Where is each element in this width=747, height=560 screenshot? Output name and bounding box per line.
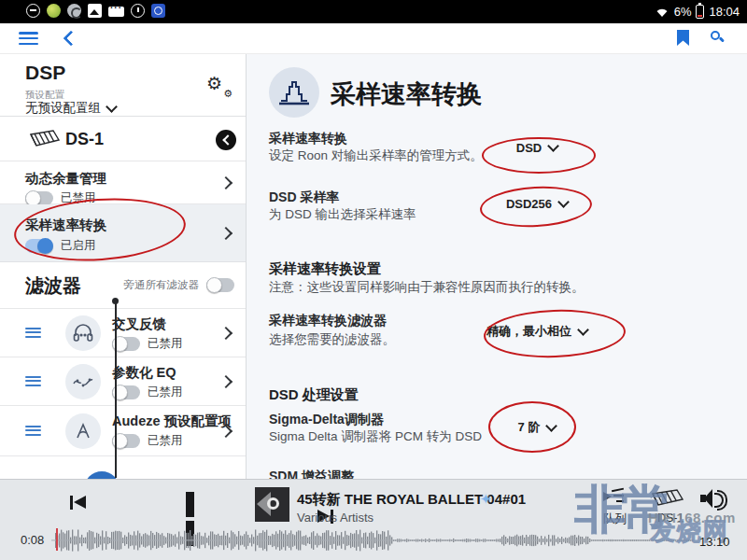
sample-rate-curve-icon [269,67,319,118]
setting-label: 采样速率转换 [269,131,347,147]
bypass-label: 旁通所有滤波器 [124,278,200,292]
keyboard-icon [108,7,124,17]
device-row[interactable]: DS-1 [0,118,246,161]
chevron-right-icon [219,374,233,387]
drag-handle-icon[interactable] [25,376,41,387]
album-art[interactable] [255,487,289,522]
app-gray-icon [67,4,81,18]
device-name: DS-1 [65,130,104,149]
status-indicators: 6% 18:04 [655,0,740,23]
do-not-disturb-icon [26,4,40,18]
battery-percent: 6% [674,5,692,19]
section-note: 注意：这些设置同样影响由于兼容性原因而执行的转换。 [269,279,585,296]
queue-label[interactable]: 队列 [603,511,627,527]
notification-icons [26,4,165,18]
total-time: 13:10 [699,535,730,549]
sdm-order-dropdown[interactable]: 7 阶 [462,419,612,436]
headphones-icon [65,315,101,351]
dsp-title: DSP [25,62,65,84]
conversion-mode-dropdown[interactable]: DSD [462,141,612,155]
dsp-sidebar: DSP ⚙⚙ 预设配置 无预设配置组 DS-1 动态余量管理 [0,54,247,479]
chevron-right-icon [219,175,233,189]
signal-path-star-icon[interactable]: ✦ [480,491,492,508]
filter-item-parametric-eq[interactable]: 参数化 EQ 已禁用 [0,357,246,405]
add-filter-row[interactable]: + 添加滤波器 [0,455,246,479]
headroom-toggle[interactable] [25,191,53,205]
clock-time: 18:04 [709,5,740,19]
add-filter-icon[interactable]: + [84,471,120,479]
preset-dropdown[interactable]: 无预设配置组 [25,100,116,117]
bookmark-icon[interactable] [677,30,689,46]
page-title: 采样速率转换 [331,77,482,111]
playhead-marker[interactable] [56,528,58,551]
drag-handle-icon[interactable] [25,328,41,339]
setting-label: 采样速率转换滤波器 [269,313,387,329]
output-device-label[interactable]: DS-1 [657,511,684,525]
crossfeed-toggle[interactable] [112,337,140,351]
chevron-down-icon [577,324,589,336]
audeze-logo-icon [65,413,101,449]
drag-handle-icon[interactable] [25,426,41,437]
battery-icon [696,5,704,19]
setting-desc: 选择您需要的滤波器。 [269,331,395,348]
filters-title: 滤波器 [25,273,81,299]
filter-item-crossfeed[interactable]: 交叉反馈 已禁用 [0,308,246,357]
filters-header: 滤波器 旁通所有滤波器 [0,262,246,309]
hamburger-menu-icon[interactable] [19,32,38,46]
chevron-down-icon [546,420,558,432]
gear-icon[interactable]: ⚙⚙ [206,75,233,97]
chevron-down-icon [106,101,118,113]
filter-item-audeze-presets[interactable]: Audeze 预设配置项 已禁用 [0,405,246,455]
section-title: DSD 处理设置 [269,386,359,404]
queue-icon[interactable] [603,489,624,505]
collapse-panel-icon[interactable] [216,130,236,150]
setting-desc: 设定 Roon 对输出采样率的管理方式。 [269,147,483,164]
alarm-icon [131,4,145,18]
parametric-eq-toggle[interactable] [112,385,140,399]
search-icon[interactable] [710,30,726,47]
back-arrow-icon[interactable] [62,31,77,46]
android-status-bar: 6% 18:04 [0,0,747,23]
sdm-gain-label: SDM 增益调整 [269,469,354,479]
seek-waveform[interactable] [51,528,696,553]
wifi-icon [655,6,669,19]
chevron-down-icon [557,196,570,208]
volume-icon[interactable] [700,489,725,508]
src-filter-dropdown[interactable]: 精确，最小相位 [462,323,612,340]
sample-rate-state: 已启用 [61,238,96,254]
screenshot-icon [88,4,102,18]
sidebar-item-headroom[interactable]: 动态余量管理 已禁用 [0,161,246,204]
track-artist[interactable]: Various Artists [297,511,374,525]
sample-rate-conversion-panel: 采样速率转换 采样速率转换 设定 Roon 对输出采样率的管理方式。 DSD D… [247,54,747,479]
setting-label: DSD 采样率 [269,189,339,206]
sample-rate-toggle[interactable] [25,239,53,253]
setting-desc: Sigma Delta 调制器将 PCM 转为 DSD [269,428,482,445]
app-toolbar [0,23,747,54]
chevron-down-icon [547,140,559,152]
audeze-toggle[interactable] [112,434,140,448]
player-bar: 45转新 THE ROYAL BALLET 04#01 Various Arti… [0,479,747,560]
setting-desc: 为 DSD 输出选择采样速率 [269,206,416,223]
pause-icon[interactable] [186,492,215,517]
dsd-rate-dropdown[interactable]: DSD256 [462,197,612,211]
dsp-header: DSP ⚙⚙ 预设配置 无预设配置组 [0,54,246,117]
setting-label: Sigma-Delta调制器 [269,412,384,428]
sidebar-item-sample-rate-conversion[interactable]: 采样速率转换 已启用 [0,204,246,262]
app-green-icon [47,4,61,18]
dac-device-icon [23,129,61,151]
elapsed-time: 0:08 [21,533,44,547]
album-art-ring [267,497,279,510]
eq-curve-icon [65,364,101,399]
roon-dsp-screen: 6% 18:04 DSP ⚙⚙ 预设配置 无预设配置组 [0,0,747,560]
chevron-right-icon [219,326,233,339]
section-title: 采样速率转换设置 [269,260,381,278]
bypass-all-toggle[interactable] [206,278,234,292]
chevron-right-icon [219,226,233,239]
clock-app-icon [151,4,165,18]
previous-track-icon[interactable] [70,496,89,510]
